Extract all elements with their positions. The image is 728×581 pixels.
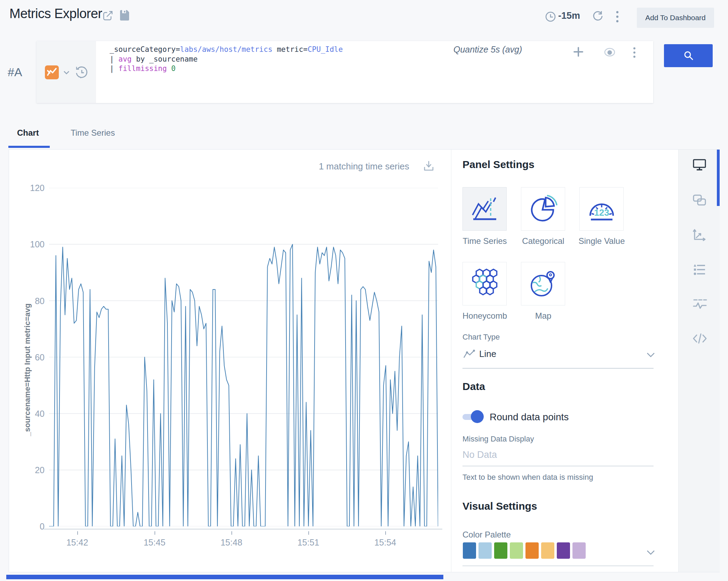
palette-swatch [510, 542, 523, 559]
share-icon[interactable] [102, 10, 114, 23]
quantize-label[interactable]: Quantize 5s (avg) [453, 45, 522, 55]
time-range-value[interactable]: -15m [558, 10, 580, 21]
tile-label-map: Map [512, 311, 575, 321]
matching-series-count: 1 matching time series [249, 161, 409, 172]
missing-data-hint: Text to be shown when data is missing [462, 473, 593, 482]
categorical-icon [528, 193, 559, 225]
x-tick-mark [385, 531, 386, 535]
tile-map[interactable] [521, 262, 565, 305]
color-palette-underline [462, 566, 654, 566]
y-tick-label: 60 [22, 352, 45, 362]
search-button[interactable] [664, 44, 713, 67]
time-series-icon [469, 193, 500, 225]
honeycomb-icon [469, 268, 500, 300]
thresholds-icon[interactable] [693, 298, 707, 312]
visibility-eye-icon[interactable] [603, 47, 616, 58]
chart-type-chevron-icon[interactable] [646, 352, 655, 359]
time-series-line [49, 244, 438, 526]
query-type-chevron-icon[interactable] [63, 70, 70, 77]
query-token: avg [118, 55, 132, 63]
time-range-clock-icon[interactable] [545, 11, 556, 24]
missing-data-label: Missing Data Display [462, 435, 534, 444]
save-icon[interactable] [119, 10, 130, 22]
query-editor[interactable]: _sourceCategory=labs/aws/host/metrics me… [110, 45, 343, 74]
tile-categorical[interactable] [521, 187, 565, 231]
query-token: fillmissing [118, 64, 167, 73]
x-axis-line [44, 528, 442, 530]
axes-settings-icon[interactable] [693, 229, 706, 244]
line-chart-type-icon [462, 349, 476, 361]
palette-swatch [494, 542, 507, 559]
tile-time-series[interactable] [462, 187, 507, 231]
palette-swatch [557, 542, 570, 559]
visual-settings-title: Visual Settings [462, 500, 537, 512]
palette-swatch [541, 542, 554, 559]
download-icon[interactable] [422, 160, 435, 174]
query-card: _sourceCategory=labs/aws/host/metrics me… [37, 41, 653, 103]
panel-settings-pane: Panel Settings [451, 150, 678, 572]
metrics-explorer-page: Metrics Explorer -15m Add To Dashboard #… [0, 0, 728, 581]
add-to-dashboard-button[interactable]: Add To Dashboard [637, 8, 714, 28]
query-history-icon[interactable] [75, 65, 89, 81]
palette-swatch [463, 542, 476, 559]
x-tick-label: 15:45 [139, 538, 170, 548]
metrics-query-icon[interactable] [45, 65, 59, 79]
chart-type-select[interactable]: Line [479, 349, 496, 359]
color-palette-select[interactable] [463, 542, 586, 559]
query-token: CPU_Idle [308, 45, 343, 54]
display-settings-icon[interactable] [693, 159, 706, 173]
active-tool-indicator [717, 150, 720, 206]
query-icon-cell [37, 41, 96, 103]
data-section-title: Data [462, 381, 485, 392]
query-token: metric= [272, 45, 308, 54]
line-chart[interactable] [49, 188, 438, 526]
tab-time-series[interactable]: Time Series [71, 128, 115, 138]
header-kebab-menu-icon[interactable] [615, 10, 619, 25]
single-value-icon: 123 [586, 193, 617, 225]
refresh-icon[interactable] [592, 10, 604, 24]
y-tick-label: 40 [22, 409, 45, 419]
query-token: 0 [171, 64, 176, 73]
round-data-points-toggle-knob[interactable] [471, 410, 484, 423]
tile-single-value[interactable]: 123 [579, 187, 624, 231]
x-tick-mark [308, 531, 309, 535]
query-token: by _sourcename [132, 55, 198, 63]
right-toolbar [678, 150, 720, 572]
missing-data-input[interactable]: No Data [462, 449, 497, 460]
svg-text:123: 123 [594, 207, 609, 218]
legend-list-icon[interactable] [693, 264, 706, 278]
y-tick-label: 80 [22, 296, 45, 306]
round-data-points-label: Round data points [490, 412, 569, 423]
panel-settings-title: Panel Settings [462, 159, 535, 170]
tile-label-categorical: Categorical [512, 236, 575, 246]
tab-chart[interactable]: Chart [17, 128, 39, 138]
query-token: | [110, 64, 118, 73]
code-view-icon[interactable] [693, 333, 707, 346]
overlay-panels-icon[interactable] [693, 194, 706, 208]
missing-data-underline [462, 466, 654, 466]
x-tick-label: 15:54 [370, 538, 401, 548]
y-tick-label: 120 [22, 183, 45, 193]
palette-swatch [572, 542, 586, 559]
page-title: Metrics Explorer [9, 6, 102, 21]
y-tick-label: 0 [22, 522, 45, 531]
tile-honeycomb[interactable] [462, 262, 507, 305]
add-query-icon[interactable] [573, 46, 584, 59]
chart-type-label: Chart Type [462, 333, 500, 342]
color-palette-chevron-icon[interactable] [646, 550, 655, 557]
palette-swatch [525, 542, 539, 559]
tile-label-honeycomb: Honeycomb [453, 311, 516, 321]
color-palette-label: Color Palette [462, 530, 511, 540]
tile-label-single-value: Single Value [570, 236, 633, 246]
y-tick-label: 20 [22, 465, 45, 475]
horizontal-scrollbar[interactable] [6, 575, 443, 579]
y-tick-label: 100 [22, 239, 45, 249]
y-axis-label: _sourcename=Http Input metric=avg [23, 288, 32, 452]
palette-swatch [478, 542, 492, 559]
query-token: labs/aws/host/metrics [180, 45, 272, 54]
x-tick-label: 15:51 [293, 538, 324, 548]
query-token: _sourceCategory= [110, 45, 180, 54]
query-token [167, 64, 171, 73]
chart-type-underline [462, 368, 654, 368]
query-kebab-menu-icon[interactable] [632, 46, 636, 61]
